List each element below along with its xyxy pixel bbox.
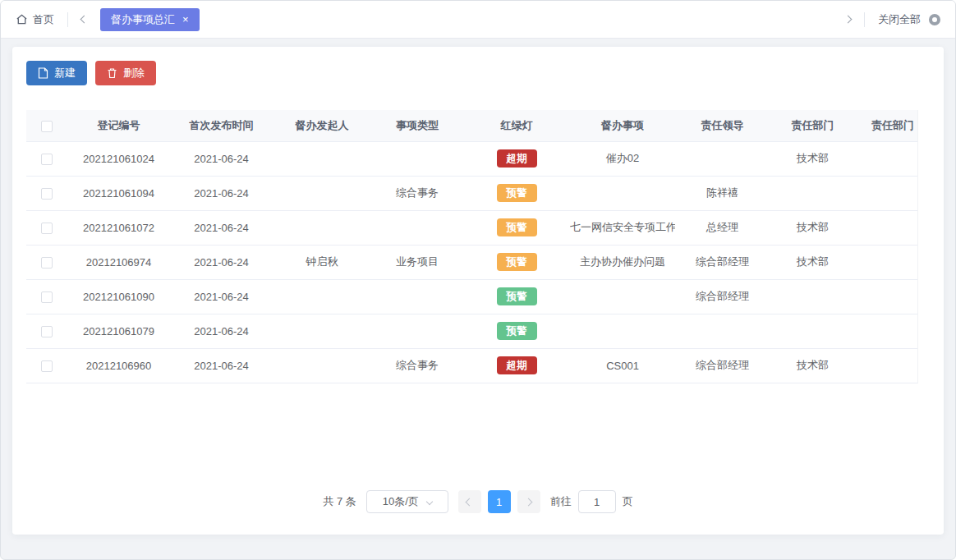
chevron-left-icon — [466, 498, 474, 506]
row-checkbox[interactable] — [41, 326, 53, 337]
cell-initiator — [273, 141, 371, 176]
row-checkbox[interactable] — [41, 257, 53, 269]
row-select-cell — [26, 210, 67, 245]
new-button-label: 新建 — [54, 66, 76, 80]
cell-publish-date: 2021-06-24 — [170, 314, 273, 348]
delete-button[interactable]: 删除 — [95, 61, 156, 85]
cell-item-name: CS001 — [570, 348, 675, 383]
top-tab-bar: 首页 督办事项总汇 × 关闭全部 — [1, 1, 955, 39]
row-select-cell — [26, 279, 67, 314]
total-count-label: 共 7 条 — [323, 494, 356, 509]
tab-close-icon[interactable]: × — [182, 14, 189, 25]
row-checkbox[interactable] — [41, 154, 53, 165]
column-header: 责任领导 — [675, 110, 770, 141]
cell-register-no: 202121061094 — [67, 176, 170, 210]
cell-register-no: 202121061024 — [67, 141, 170, 176]
row-checkbox[interactable] — [41, 360, 53, 372]
cell-department: 技术部 — [770, 141, 856, 176]
cell-status-light: 预警 — [463, 245, 570, 279]
pagination: 共 7 条 10条/页 1 前往 页 — [26, 490, 930, 518]
table-row[interactable]: 202121061079 2021-06-24 预警 — [26, 314, 930, 348]
home-button[interactable]: 首页 — [16, 12, 54, 27]
tab-label: 督办事项总汇 — [111, 12, 175, 27]
column-header: 首次发布时间 — [170, 110, 273, 141]
cell-initiator — [273, 176, 371, 210]
row-checkbox[interactable] — [41, 291, 53, 303]
table-row[interactable]: 20212106960 2021-06-24 综合事务 超期 CS001 综合部… — [26, 348, 930, 383]
cell-item-type: 业务项目 — [371, 245, 463, 279]
chevron-down-icon — [426, 498, 433, 505]
cell-initiator — [273, 279, 371, 314]
column-header: 责任部门 — [770, 110, 856, 141]
select-all-checkbox[interactable] — [41, 121, 53, 132]
cell-item-type — [371, 279, 463, 314]
table-row[interactable]: 202121061072 2021-06-24 预警 七一网信安全专项工作 总经… — [26, 210, 930, 245]
tab-duban-summary[interactable]: 督办事项总汇 × — [100, 8, 200, 31]
row-checkbox[interactable] — [41, 223, 53, 234]
cell-initiator — [273, 348, 371, 383]
goto-suffix: 页 — [623, 494, 633, 509]
cell-publish-date: 2021-06-24 — [170, 279, 273, 314]
divider — [864, 12, 865, 27]
document-icon — [38, 67, 48, 79]
row-select-cell — [26, 348, 67, 383]
cell-item-name: 催办02 — [570, 141, 675, 176]
status-badge: 预警 — [497, 287, 537, 306]
next-page-button[interactable] — [517, 490, 540, 513]
cell-status-light: 预警 — [463, 279, 570, 314]
page-size-value: 10条/页 — [383, 494, 419, 509]
cell-department: 技术部 — [770, 245, 856, 279]
cell-status-light: 预警 — [463, 176, 570, 210]
row-select-cell — [26, 176, 67, 210]
circle-dot-icon[interactable] — [929, 14, 940, 25]
cell-item-name — [570, 314, 675, 348]
cell-item-name — [570, 176, 675, 210]
row-checkbox[interactable] — [41, 188, 53, 200]
goto-page-input[interactable] — [578, 490, 616, 513]
chevron-right-icon — [525, 498, 533, 506]
cell-status-light: 超期 — [463, 348, 570, 383]
nav-next-icon[interactable] — [844, 16, 853, 24]
nav-prev-icon[interactable] — [80, 16, 89, 24]
status-badge: 预警 — [497, 184, 537, 203]
cell-item-name: 七一网信安全专项工作 — [570, 210, 675, 245]
prev-page-button[interactable] — [458, 490, 481, 513]
column-header: 事项类型 — [371, 110, 463, 141]
toolbar: 新建 删除 — [26, 61, 930, 85]
table-header-row: 登记编号首次发布时间督办发起人事项类型红绿灯督办事项责任领导责任部门责任部门 — [26, 110, 930, 141]
cell-publish-date: 2021-06-24 — [170, 245, 273, 279]
status-badge: 超期 — [497, 149, 537, 168]
row-select-cell — [26, 245, 67, 279]
close-all-button[interactable]: 关闭全部 — [878, 12, 921, 27]
new-button[interactable]: 新建 — [26, 61, 87, 85]
cell-publish-date: 2021-06-24 — [170, 348, 273, 383]
topbar-right: 关闭全部 — [845, 12, 940, 27]
home-icon — [16, 13, 28, 25]
goto-page: 前往 页 — [550, 490, 633, 513]
row-select-cell — [26, 141, 67, 176]
cell-item-name — [570, 279, 675, 314]
cell-leader — [675, 141, 770, 176]
cell-leader: 综合部经理 — [675, 245, 770, 279]
status-badge: 预警 — [497, 322, 537, 341]
home-label: 首页 — [33, 12, 54, 27]
cell-register-no: 20212106960 — [67, 348, 170, 383]
cell-publish-date: 2021-06-24 — [170, 141, 273, 176]
pager-group: 1 — [458, 490, 540, 513]
cell-department: 技术部 — [770, 348, 856, 383]
page-size-select[interactable]: 10条/页 — [366, 490, 448, 513]
page-1-button[interactable]: 1 — [488, 490, 511, 513]
cell-initiator — [273, 210, 371, 245]
table-row[interactable]: 202121061090 2021-06-24 预警 综合部经理 — [26, 279, 930, 314]
cell-leader: 综合部经理 — [675, 348, 770, 383]
status-badge: 超期 — [497, 356, 537, 375]
topbar-left: 首页 — [16, 12, 87, 27]
delete-button-label: 删除 — [123, 66, 145, 80]
cell-item-type — [371, 314, 463, 348]
trash-icon — [107, 67, 117, 79]
table-row[interactable]: 202121061024 2021-06-24 超期 催办02 技术部 — [26, 141, 930, 176]
table-row[interactable]: 20212106974 2021-06-24 钟启秋 业务项目 预警 主办协办催… — [26, 245, 930, 279]
table-row[interactable]: 202121061094 2021-06-24 综合事务 预警 陈祥禧 — [26, 176, 930, 210]
cell-leader: 综合部经理 — [675, 279, 770, 314]
content-card: 新建 删除 登记编号首次发布时间督办发起人事项类型红绿灯督办 — [12, 47, 944, 535]
